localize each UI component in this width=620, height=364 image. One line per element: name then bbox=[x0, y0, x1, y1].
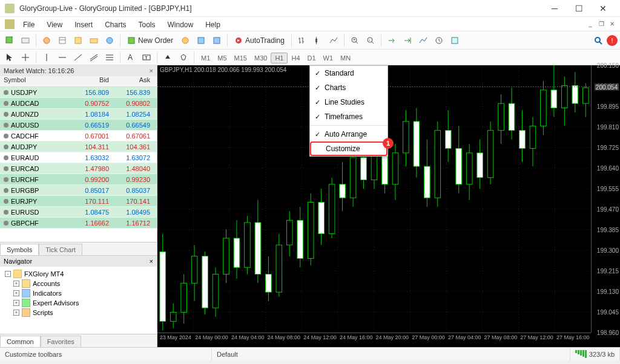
col-bid[interactable]: Bid bbox=[61, 76, 109, 86]
strategy-tester-button[interactable] bbox=[102, 33, 117, 48]
symbol-row-EURUSD[interactable]: EURUSD1.084751.08495 bbox=[0, 207, 157, 218]
menu-help[interactable]: Help bbox=[199, 19, 226, 30]
collapse-icon[interactable]: - bbox=[5, 271, 11, 277]
symbol-row-USDJPY[interactable]: USDJPY156.809156.839 bbox=[0, 87, 157, 98]
timeframe-M15[interactable]: M15 bbox=[231, 53, 251, 63]
new-chart-button[interactable]: + bbox=[2, 33, 17, 48]
doc-minimize-button[interactable]: _ bbox=[585, 21, 596, 27]
data-window-button[interactable] bbox=[55, 33, 70, 48]
check-icon: ✓ bbox=[315, 131, 325, 138]
col-ask[interactable]: Ask bbox=[109, 76, 154, 86]
ctx-customize[interactable]: Customize1 bbox=[310, 141, 388, 156]
menu-view[interactable]: View bbox=[41, 19, 68, 30]
symbol-row-EURAUD[interactable]: EURAUD1.630321.63072 bbox=[0, 152, 157, 163]
line-chart-button[interactable] bbox=[326, 33, 341, 48]
minimize-button[interactable]: ─ bbox=[542, 0, 567, 17]
symbol-row-CADCHF[interactable]: CADCHF0.670010.67061 bbox=[0, 131, 157, 141]
close-button[interactable]: ✕ bbox=[591, 0, 615, 17]
symbol-row-EURCHF[interactable]: EURCHF0.992000.99230 bbox=[0, 174, 157, 185]
menu-file[interactable]: File bbox=[17, 19, 41, 30]
svg-rect-100 bbox=[297, 220, 303, 258]
nav-scripts[interactable]: +Scripts bbox=[2, 308, 154, 317]
new-order-button[interactable]: New Order bbox=[124, 35, 177, 46]
notification-badge[interactable]: ! bbox=[607, 35, 618, 46]
search-button[interactable] bbox=[591, 33, 605, 48]
menu-tools[interactable]: Tools bbox=[133, 19, 162, 30]
zoom-in-button[interactable]: + bbox=[348, 33, 362, 48]
text-button[interactable]: A bbox=[124, 50, 138, 65]
metaquotes-button[interactable] bbox=[178, 33, 193, 48]
fibonacci-button[interactable] bbox=[102, 50, 117, 65]
expand-icon[interactable]: + bbox=[13, 290, 19, 296]
expand-icon[interactable]: + bbox=[13, 300, 19, 306]
svg-rect-96 bbox=[276, 245, 282, 292]
profiles-button[interactable] bbox=[18, 33, 33, 48]
doc-close-button[interactable]: ✕ bbox=[607, 21, 618, 27]
navigator-close-icon[interactable]: × bbox=[150, 258, 153, 265]
timeframe-W1[interactable]: W1 bbox=[320, 53, 337, 63]
channel-button[interactable] bbox=[87, 50, 101, 65]
chart-shift-button[interactable] bbox=[400, 33, 415, 48]
timeframe-H4[interactable]: H4 bbox=[288, 53, 303, 63]
timeframe-M30[interactable]: M30 bbox=[251, 53, 271, 63]
auto-trading-button[interactable]: AutoTrading bbox=[231, 35, 288, 46]
options-button[interactable] bbox=[209, 33, 224, 48]
expert-button[interactable] bbox=[194, 33, 208, 48]
symbol-row-EURCAD[interactable]: EURCAD1.479801.48040 bbox=[0, 163, 157, 174]
menu-insert[interactable]: Insert bbox=[68, 19, 99, 30]
menu-window[interactable]: Window bbox=[162, 19, 200, 30]
timeframe-M1[interactable]: M1 bbox=[197, 53, 214, 63]
periodicity-button[interactable] bbox=[432, 33, 446, 48]
symbol-row-AUDUSD[interactable]: AUDUSD0.665190.66549 bbox=[0, 120, 157, 131]
timeframe-H1[interactable]: H1 bbox=[271, 53, 288, 63]
nav-expert-advisors[interactable]: +Expert Advisors bbox=[2, 298, 154, 308]
arrows-button[interactable] bbox=[160, 50, 175, 65]
zoom-out-button[interactable]: - bbox=[363, 33, 378, 48]
tab-common[interactable]: Common bbox=[0, 336, 41, 347]
timeframe-MN[interactable]: MN bbox=[337, 53, 354, 63]
tab-tick-chart[interactable]: Tick Chart bbox=[39, 244, 82, 255]
nav-accounts[interactable]: +Accounts bbox=[2, 279, 154, 288]
nav-root[interactable]: - FXGlory MT4 bbox=[2, 269, 154, 279]
nav-indicators[interactable]: +Indicators bbox=[2, 288, 154, 298]
symbol-row-AUDNZD[interactable]: AUDNZD1.081841.08254 bbox=[0, 109, 157, 120]
bar-chart-button[interactable] bbox=[295, 33, 309, 48]
symbol-row-GBPCHF[interactable]: GBPCHF1.166621.16712 bbox=[0, 218, 157, 229]
menu-charts[interactable]: Charts bbox=[99, 19, 132, 30]
ctx-line-studies[interactable]: ✓Line Studies bbox=[310, 95, 388, 109]
col-symbol[interactable]: Symbol bbox=[0, 76, 61, 86]
timeframe-D1[interactable]: D1 bbox=[304, 53, 320, 63]
chart-area[interactable]: GBPJPY,H1 200.018 200.066 199.993 200.05… bbox=[157, 65, 620, 347]
navigator-button[interactable] bbox=[71, 33, 85, 48]
tab-favorites[interactable]: Favorites bbox=[41, 336, 81, 347]
symbol-row-EURGBP[interactable]: EURGBP0.850170.85037 bbox=[0, 185, 157, 196]
symbol-row-AUDJPY[interactable]: AUDJPY104.311104.361 bbox=[0, 141, 157, 152]
candle-chart-button[interactable] bbox=[311, 33, 325, 48]
indicators-button[interactable] bbox=[416, 33, 430, 48]
symbol-name: AUDJPY bbox=[11, 143, 37, 151]
crosshair-button[interactable] bbox=[18, 50, 33, 65]
tab-symbols[interactable]: Symbols bbox=[0, 244, 39, 255]
vertical-line-button[interactable] bbox=[39, 50, 54, 65]
shapes-button[interactable] bbox=[176, 50, 191, 65]
trendline-button[interactable] bbox=[71, 50, 85, 65]
auto-scroll-button[interactable] bbox=[384, 33, 399, 48]
ctx-auto-arrange[interactable]: ✓Auto Arrange bbox=[310, 127, 388, 141]
expand-icon[interactable]: + bbox=[13, 310, 19, 316]
symbol-row-EURJPY[interactable]: EURJPY170.111170.141 bbox=[0, 196, 157, 207]
symbol-row-AUDCAD[interactable]: AUDCAD0.907520.90802 bbox=[0, 98, 157, 109]
text-label-button[interactable]: T bbox=[139, 50, 154, 65]
ctx-timeframes[interactable]: ✓Timeframes bbox=[310, 109, 388, 124]
templates-button[interactable] bbox=[447, 33, 462, 48]
ctx-standard[interactable]: ✓Standard bbox=[310, 66, 388, 80]
market-watch-button[interactable] bbox=[39, 33, 54, 48]
terminal-button[interactable] bbox=[87, 33, 101, 48]
maximize-button[interactable]: ☐ bbox=[567, 0, 591, 17]
doc-restore-button[interactable]: ❐ bbox=[596, 21, 607, 27]
market-watch-close-icon[interactable]: × bbox=[150, 67, 153, 74]
cursor-button[interactable] bbox=[2, 50, 17, 65]
ctx-charts[interactable]: ✓Charts bbox=[310, 80, 388, 95]
expand-icon[interactable]: + bbox=[13, 281, 19, 287]
timeframe-M5[interactable]: M5 bbox=[214, 53, 230, 63]
horizontal-line-button[interactable] bbox=[55, 50, 70, 65]
